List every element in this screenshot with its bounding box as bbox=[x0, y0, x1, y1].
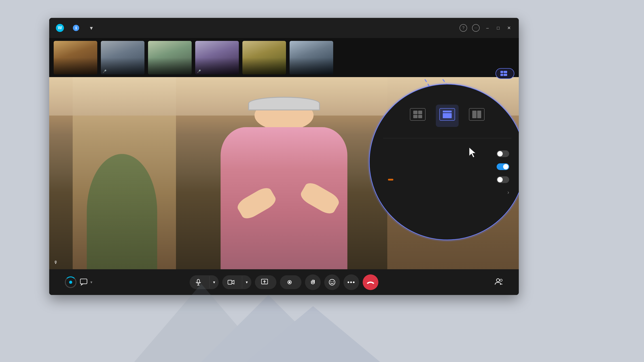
chevron-right-icon: › bbox=[507, 189, 509, 196]
record-icon bbox=[286, 279, 293, 286]
show-menu-bar-btn[interactable]: ▾ bbox=[88, 24, 93, 31]
svg-text:⋯: ⋯ bbox=[474, 26, 478, 30]
svg-rect-7 bbox=[504, 71, 507, 73]
webex-logo[interactable]: W bbox=[56, 24, 66, 32]
ellipsis-icon: ••• bbox=[347, 279, 355, 286]
svg-rect-6 bbox=[500, 71, 503, 73]
chat-chevron: ▾ bbox=[90, 280, 92, 285]
svg-text:?: ? bbox=[462, 26, 464, 30]
mute-button[interactable] bbox=[190, 275, 209, 289]
stop-video-button-group: ▾ bbox=[222, 275, 251, 289]
end-call-button[interactable] bbox=[363, 274, 378, 290]
minimize-button[interactable]: – bbox=[484, 25, 490, 31]
mic-status-icon: 🎙 bbox=[54, 260, 58, 265]
chat-button[interactable]: ▾ bbox=[80, 279, 92, 286]
show-no-video-toggle[interactable] bbox=[497, 163, 509, 170]
participant-thumb-isabelle[interactable] bbox=[148, 41, 192, 74]
main-video-area: 🎙 bbox=[49, 77, 519, 269]
stack-icon bbox=[440, 108, 455, 121]
people-focus-option bbox=[383, 176, 512, 183]
close-button[interactable]: ✕ bbox=[506, 25, 512, 31]
svg-point-19 bbox=[330, 281, 332, 282]
svg-rect-14 bbox=[228, 280, 232, 284]
meeting-info-btn[interactable]: ℹ bbox=[73, 25, 82, 31]
stop-video-button[interactable] bbox=[222, 275, 242, 289]
layout-option-side[interactable] bbox=[465, 105, 488, 127]
svg-marker-24 bbox=[201, 295, 336, 362]
toggle-knob bbox=[497, 151, 503, 156]
svg-marker-23 bbox=[134, 284, 268, 362]
toolbar: ▾ ▾ bbox=[49, 269, 519, 295]
layout-button[interactable] bbox=[496, 68, 514, 79]
chevron-down-icon: ▾ bbox=[90, 24, 93, 31]
show-no-video-option bbox=[383, 163, 512, 170]
end-call-icon bbox=[366, 280, 374, 285]
layout-option-grid[interactable] bbox=[406, 105, 429, 127]
svg-point-20 bbox=[333, 281, 334, 282]
participant-thumb-clarissa[interactable] bbox=[54, 41, 97, 74]
plant bbox=[87, 154, 157, 269]
svg-point-18 bbox=[329, 279, 335, 285]
mute-caret[interactable]: ▾ bbox=[209, 276, 219, 288]
fullscreen-option bbox=[383, 150, 512, 157]
layout-options bbox=[383, 105, 512, 127]
svg-text:W: W bbox=[58, 25, 62, 30]
divider bbox=[383, 138, 512, 138]
emoji-icon bbox=[329, 279, 336, 286]
participant-thumb-darren[interactable] bbox=[290, 41, 333, 74]
participant-thumb-henry[interactable]: 🎤 bbox=[101, 41, 144, 74]
mute-button-group: ▾ bbox=[190, 275, 219, 289]
layout-option-stack[interactable] bbox=[436, 105, 459, 127]
record-button[interactable] bbox=[280, 275, 302, 289]
loading-indicator bbox=[65, 276, 76, 288]
hand-icon bbox=[310, 279, 316, 286]
share-icon bbox=[261, 279, 268, 286]
people-focus-toggle[interactable] bbox=[497, 176, 509, 183]
main-speaker-figure bbox=[178, 100, 390, 269]
svg-rect-10 bbox=[80, 279, 87, 284]
mic-off-icon2: 🎤 bbox=[197, 69, 201, 73]
toolbar-right bbox=[495, 278, 503, 287]
grid-icon bbox=[410, 108, 426, 121]
toggle-knob2 bbox=[503, 164, 508, 169]
fullscreen-toggle[interactable] bbox=[497, 150, 509, 157]
side-icon bbox=[469, 108, 484, 121]
microphone-icon bbox=[195, 279, 202, 286]
video-caret[interactable]: ▾ bbox=[242, 276, 251, 288]
participants-icon bbox=[495, 278, 503, 285]
chat-icon bbox=[80, 279, 88, 286]
layout-popup-container: › bbox=[380, 77, 519, 227]
participant-thumb-umar[interactable] bbox=[242, 41, 286, 74]
svg-marker-25 bbox=[246, 306, 380, 362]
emoji-button[interactable] bbox=[324, 274, 340, 290]
toolbar-wrapper: ▾ ▾ bbox=[56, 269, 512, 295]
toolbar-left: ▾ bbox=[65, 276, 92, 288]
toolbar-center: ▾ ▾ bbox=[190, 274, 378, 290]
titlebar: W ℹ ▾ ? ⋯ – □ ✕ bbox=[49, 18, 519, 38]
beta-badge bbox=[388, 179, 393, 181]
apps-icon[interactable]: ⋯ bbox=[472, 24, 480, 32]
layout-popup: › bbox=[369, 84, 519, 240]
toggle-knob3 bbox=[497, 177, 503, 182]
mouse-cursor bbox=[467, 146, 478, 159]
meeting-info-icon: ℹ bbox=[73, 25, 79, 31]
names-option[interactable]: › bbox=[383, 189, 512, 196]
webex-window: W ℹ ▾ ? ⋯ – □ ✕ bbox=[49, 18, 519, 295]
maximize-button[interactable]: □ bbox=[495, 25, 501, 31]
window-controls: ? ⋯ – □ ✕ bbox=[459, 24, 512, 32]
main-speaker-label: 🎙 bbox=[54, 260, 60, 265]
svg-point-22 bbox=[500, 279, 502, 281]
participant-thumb-marise[interactable]: 🎤 bbox=[195, 41, 239, 74]
reactions-button[interactable] bbox=[305, 274, 321, 290]
mic-off-icon: 🎤 bbox=[103, 69, 106, 73]
svg-rect-9 bbox=[504, 74, 507, 76]
more-options-button[interactable]: ••• bbox=[344, 274, 359, 290]
svg-point-17 bbox=[289, 281, 290, 283]
layout-icon bbox=[500, 71, 507, 76]
participant-count bbox=[495, 278, 503, 287]
help-icon[interactable]: ? bbox=[459, 24, 467, 32]
svg-point-21 bbox=[496, 279, 500, 282]
video-icon bbox=[228, 279, 234, 286]
people-focus-label bbox=[385, 179, 393, 181]
share-button[interactable] bbox=[255, 275, 276, 289]
